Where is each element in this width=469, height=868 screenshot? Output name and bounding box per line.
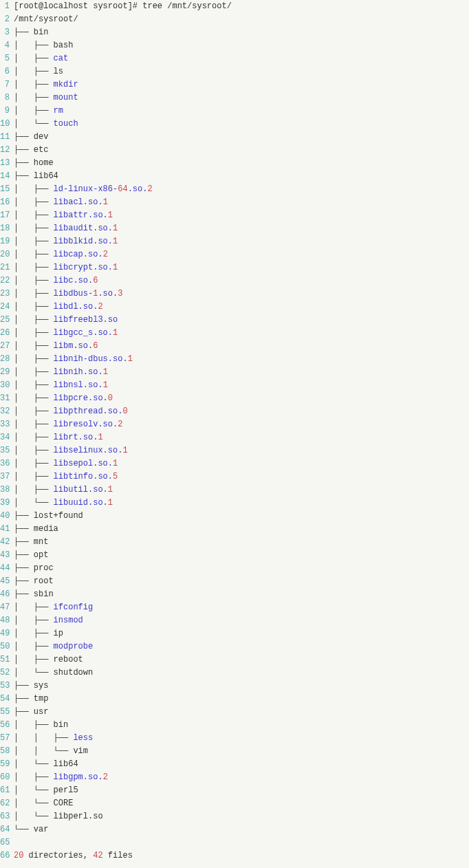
line-number: 33 (0, 418, 10, 431)
tree-entry: libpthread.so. (54, 406, 123, 416)
tree-branch: ├── (14, 511, 34, 521)
code-line: │ ├── libattr.so.1 (14, 209, 469, 222)
tree-branch: │ └── (14, 785, 54, 795)
line-number: 18 (0, 222, 10, 235)
code-line: ├── opt (14, 549, 469, 562)
tree-entry: ls (54, 67, 63, 76)
code-line: │ └── shutdown (14, 666, 469, 680)
tree-entry: root (34, 576, 54, 586)
code-line: │ ├── libnsl.so.1 (14, 379, 469, 392)
code-area: [root@localhost sysroot]# tree /mnt/sysr… (12, 0, 469, 862)
code-line: ├── sbin (14, 588, 469, 601)
tree-entry-num: 1 (113, 328, 118, 338)
line-number: 27 (0, 340, 10, 353)
code-line: │ ├── libnih.so.1 (14, 366, 469, 379)
tree-branch: │ ├── (14, 224, 54, 233)
tree-entry: libblkid.so. (54, 237, 113, 246)
tree-branch: ├── (14, 524, 34, 534)
tree-branch: │ └── (14, 498, 54, 508)
code-line: ├── lost+found (14, 510, 469, 523)
tree-entry: perl5 (54, 785, 78, 795)
line-number: 49 (0, 627, 10, 640)
code-line: │ └── libuuid.so.1 (14, 497, 469, 510)
tree-branch: ├── (14, 694, 34, 704)
code-line: ├── media (14, 523, 469, 536)
tree-branch: │ ├── (14, 328, 54, 338)
tree-entry: libsepol.so. (54, 459, 113, 468)
code-line: │ ├── libtinfo.so.5 (14, 470, 469, 484)
tree-entry: mkdir (54, 80, 78, 89)
code-line: │ ├── libm.so.6 (14, 340, 469, 353)
tree-branch: │ ├── (14, 720, 54, 730)
code-line: /mnt/sysroot/ (14, 13, 469, 26)
tree-branch: │ └── (14, 668, 54, 677)
tree-branch: ├── (14, 28, 34, 37)
tree-entry: mount (54, 93, 78, 102)
tree-entry: librt.so. (54, 433, 98, 442)
tree-branch: │ ├── (14, 459, 54, 468)
tree-entry: cat (54, 54, 69, 63)
tree-entry: ifconfig (54, 603, 94, 612)
tree-branch: │ ├── (14, 276, 54, 285)
tree-entry: libaudit.so. (54, 224, 113, 233)
tree-branch: │ ├── (14, 184, 54, 194)
line-number: 23 (0, 287, 10, 301)
tree-branch: │ ├── (14, 485, 54, 495)
summary-dir-count: 20 (14, 851, 23, 860)
line-number: 37 (0, 470, 10, 484)
tree-branch: │ ├── (14, 393, 54, 403)
line-number: 22 (0, 274, 10, 287)
tree-branch: │ ├── (14, 197, 54, 207)
tree-entry: libutil.so. (54, 485, 108, 495)
tree-branch: │ ├── (14, 93, 54, 102)
tree-entry: ip (54, 629, 63, 638)
tree-entry: touch (54, 119, 78, 129)
line-number: 9 (0, 105, 10, 118)
tree-branch: │ │ ├── (14, 733, 73, 743)
tree-entry: libnsl.so. (54, 380, 103, 390)
line-number: 43 (0, 549, 10, 562)
code-line: [root@localhost sysroot]# tree /mnt/sysr… (14, 0, 469, 13)
line-number-gutter: 1234567891011121314151617181920212223242… (0, 0, 12, 862)
line-number: 54 (0, 693, 10, 706)
tree-entry: libgpm.so. (54, 772, 103, 782)
tree-branch: ├── (14, 563, 34, 573)
code-line: │ ├── ip (14, 627, 469, 640)
tree-entry-num: 1 (108, 485, 113, 495)
tree-branch: │ ├── (14, 341, 54, 351)
code-line: ├── tmp (14, 693, 469, 706)
tree-entry: var (34, 825, 49, 834)
line-number: 28 (0, 353, 10, 366)
tree-branch: ├── (14, 707, 34, 717)
tree-branch: │ ├── (14, 433, 54, 442)
line-number: 48 (0, 614, 10, 627)
line-number: 31 (0, 392, 10, 405)
tree-branch: │ ├── (14, 354, 54, 364)
code-line: │ ├── libpthread.so.0 (14, 405, 469, 418)
code-line: │ ├── bash (14, 39, 469, 52)
code-line: │ ├── cat (14, 52, 469, 65)
code-line: ├── sys (14, 680, 469, 693)
line-number: 3 (0, 26, 10, 39)
tree-entry: libresolv.so. (54, 420, 118, 429)
tree-entry-num: 0 (122, 406, 127, 416)
tree-entry-num: 6 (93, 341, 98, 351)
line-number: 50 (0, 640, 10, 653)
tree-entry-num: 1 (113, 237, 118, 246)
code-line: ├── dev (14, 131, 469, 144)
line-number: 42 (0, 536, 10, 549)
code-line: │ ├── libselinux.so.1 (14, 444, 469, 457)
tree-entry: libdl.so. (54, 302, 98, 312)
line-number: 46 (0, 588, 10, 601)
line-number: 66 (0, 849, 10, 862)
tree-entry: less (73, 733, 93, 743)
tree-entry: vim (73, 746, 88, 756)
line-number: 1 (0, 0, 10, 13)
tree-branch: │ ├── (14, 80, 54, 89)
line-number: 51 (0, 653, 10, 666)
tree-entry: lib64 (34, 171, 58, 181)
summary-file-label: files (103, 851, 133, 860)
tree-entry: bin (54, 720, 69, 730)
tree-entry: libtinfo.so. (54, 472, 113, 481)
tree-entry-suffix: .so. (98, 289, 118, 299)
